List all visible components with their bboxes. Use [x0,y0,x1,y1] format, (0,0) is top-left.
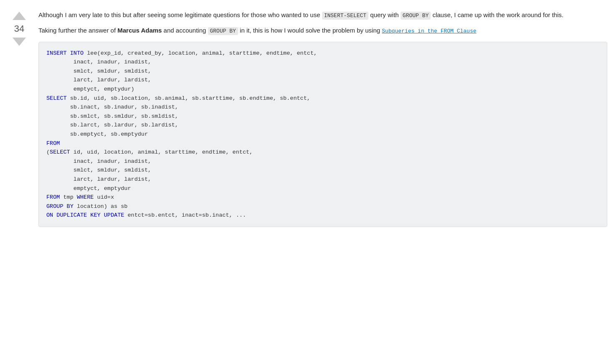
marcus-name: Marcus Adams [117,27,162,34]
content-column: Although I am very late to this but afte… [38,10,607,227]
insert-select-code: INSERT-SELECT [322,12,368,20]
group-by-code-1: GROUP BY [401,12,431,20]
paragraph1-middle: query with [368,11,401,18]
code-insert-rest: lee(exp_id, created_by, location, animal… [46,50,317,92]
code-groupby-rest: location) as sb [74,203,128,210]
code-subselect-rest: id, uid, location, animal, starttime, en… [46,149,253,191]
code-from2-kw: FROM [46,194,60,200]
code-insert-kw: INSERT INTO [46,50,84,56]
code-select-kw: SELECT [46,95,67,101]
upvote-button[interactable] [13,12,26,20]
paragraph1-after: clause, I came up with the work around f… [431,11,563,18]
answer-container: 34 Although I am very late to this but a… [0,0,614,237]
paragraph2-before: Taking further the answer of [38,27,117,34]
code-block: INSERT INTO lee(exp_id, created_by, loca… [38,42,607,227]
code-where-kw: WHERE [77,194,94,200]
subquery-link[interactable]: Subqueries in the FROM Clause [382,28,476,34]
downvote-button[interactable] [13,38,26,46]
paragraph1-before: Although I am very late to this but afte… [38,11,322,18]
answer-paragraph-1: Although I am very late to this but afte… [38,10,607,36]
code-ondup-rest: entct=sb.entct, inact=sb.inact, ... [124,212,246,218]
vote-column: 34 [7,10,32,227]
group-by-code-2: GROUP BY [208,27,238,35]
code-from-kw: FROM [46,140,60,147]
code-from2-rest: tmp [60,194,77,200]
paragraph2-middle: and accounting [162,27,208,34]
code-select-rest: sb.id, uid, sb.location, sb.animal, sb.s… [46,95,310,137]
code-subselect-kw: SELECT [50,149,70,155]
code-paren: ( [46,149,50,155]
paragraph2-after: in it, this is how I would solve the pro… [238,27,382,34]
code-ondup-kw: ON DUPLICATE KEY UPDATE [46,212,124,218]
code-groupby-kw: GROUP BY [46,203,74,210]
vote-count: 34 [14,23,24,34]
code-where-rest: uid=x [94,194,114,200]
